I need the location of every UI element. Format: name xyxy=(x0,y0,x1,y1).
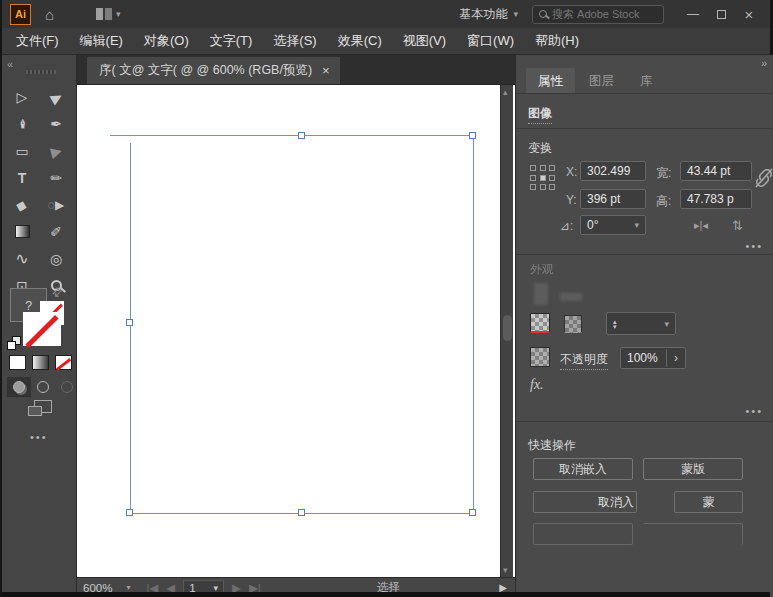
rectangle-tool[interactable]: ▭ xyxy=(5,137,39,164)
draw-normal-mode[interactable] xyxy=(7,377,31,397)
menu-file[interactable]: 文件(F) xyxy=(16,32,59,50)
flip-vertical-icon[interactable]: ⇅ xyxy=(732,218,743,233)
none-button[interactable] xyxy=(55,355,72,370)
stepper-arrows-icon[interactable]: ▴▾ xyxy=(607,319,623,329)
scrollbar-thumb[interactable] xyxy=(503,315,512,341)
lasso-arrow-tool[interactable]: ▶ xyxy=(36,133,76,168)
scroll-down-icon[interactable]: ▾ xyxy=(503,565,508,575)
tab-layers[interactable]: 图层 xyxy=(577,68,626,93)
close-button[interactable]: × xyxy=(738,6,760,23)
y-input[interactable]: 396 pt xyxy=(580,189,646,209)
workspace-switcher[interactable]: 基本功能 xyxy=(459,6,507,23)
mask-button[interactable]: 蒙版 xyxy=(643,458,743,480)
render-artifact xyxy=(534,283,548,305)
menu-edit[interactable]: 编辑(E) xyxy=(80,32,123,50)
menu-select[interactable]: 选择(S) xyxy=(273,32,316,50)
screen-mode-button[interactable] xyxy=(28,400,54,420)
stroke-weight-stepper[interactable]: ▴▾ ▾ xyxy=(606,312,676,335)
scroll-up-icon[interactable]: ▴ xyxy=(503,87,508,97)
unembed-button[interactable]: 取消嵌入 xyxy=(533,458,633,480)
opacity-swatch[interactable] xyxy=(530,347,550,367)
menu-help[interactable]: 帮助(H) xyxy=(535,32,579,50)
menu-view[interactable]: 视图(V) xyxy=(403,32,446,50)
appearance-section-title: 外观 xyxy=(530,261,554,278)
eraser-tool[interactable]: ◆ xyxy=(2,187,42,222)
chevron-down-icon: ▾ xyxy=(116,9,121,19)
document-tab[interactable]: 序( 文@ 文字( @ @ 600% (RGB/预览) × xyxy=(87,57,340,84)
handle-bottom-center[interactable] xyxy=(298,509,305,516)
menu-object[interactable]: 对象(O) xyxy=(144,32,189,50)
zoom-chevron-icon[interactable]: ▾ xyxy=(126,583,130,592)
vertical-scrollbar[interactable]: ▴ ▾ xyxy=(500,85,513,577)
flip-horizontal-icon[interactable]: ▸|◂ xyxy=(694,219,708,232)
menu-window[interactable]: 窗口(W) xyxy=(467,32,514,50)
fx-button[interactable]: fx. xyxy=(530,377,544,393)
draw-inside-mode[interactable] xyxy=(55,377,79,397)
shape-builder-tool[interactable]: ◎ xyxy=(39,245,73,272)
appearance-more-icon[interactable]: ••• xyxy=(745,405,763,417)
canvas[interactable]: ▴ ▾ xyxy=(77,85,515,577)
opacity-arrow-icon[interactable]: › xyxy=(666,349,685,367)
handle-top-right[interactable] xyxy=(469,132,476,139)
app-bar: Ai ⌂ ▾ 基本功能 ▾ — × xyxy=(2,0,770,28)
chevron-down-icon[interactable]: ▾ xyxy=(513,9,518,19)
minimize-button[interactable]: — xyxy=(682,6,704,23)
document-area: 序( 文@ 文字( @ @ 600% (RGB/预览) × ▴ ▾ xyxy=(77,55,515,597)
selection-top-edge xyxy=(110,135,473,136)
gradient-tool-icon xyxy=(15,225,30,238)
default-fill-stroke-icon[interactable] xyxy=(7,336,21,350)
quick-actions-title: 快速操作 xyxy=(528,437,576,454)
handle-left-center[interactable] xyxy=(126,319,133,326)
render-artifact xyxy=(560,293,582,301)
gradient-button[interactable] xyxy=(32,355,49,370)
color-button[interactable] xyxy=(9,355,26,370)
fill-color-swatch[interactable] xyxy=(23,312,61,346)
width-input[interactable]: 43.44 pt xyxy=(680,161,752,181)
restore-button[interactable] xyxy=(710,6,732,23)
tools-panel: « ▷ ▶ ✒ ✒ ▭ ▶ T ✏ ◆ ◌▶ ✐ ∿ ◎ ⊡ ? ⇄ xyxy=(2,55,77,593)
home-icon[interactable]: ⌂ xyxy=(45,6,54,23)
reference-point-selector[interactable] xyxy=(530,165,556,191)
handle-bottom-left[interactable] xyxy=(126,509,133,516)
mask-button-artifact[interactable]: 蒙 xyxy=(674,491,743,513)
unembed-button-artifact[interactable]: 取消入 xyxy=(533,491,637,513)
paintbrush-tool[interactable]: ✐ xyxy=(39,218,73,245)
x-label: X: xyxy=(566,165,577,179)
width-label: 宽: xyxy=(656,165,671,182)
rotate-select[interactable]: 0° ▾ xyxy=(580,215,646,235)
document-tab-title: 序( 文@ 文字( @ @ 600% (RGB/预览) xyxy=(99,62,312,79)
x-input[interactable]: 302.499 xyxy=(580,161,646,181)
search-input[interactable] xyxy=(552,8,652,20)
fill-swatch[interactable] xyxy=(530,313,550,333)
link-dimensions-icon[interactable] xyxy=(754,167,773,189)
menu-type[interactable]: 文字(T) xyxy=(210,32,253,50)
opacity-value: 100% xyxy=(621,351,658,365)
width-tool[interactable]: ∿ xyxy=(5,245,39,272)
tools-grip[interactable] xyxy=(26,70,56,74)
tab-libraries[interactable]: 库 xyxy=(628,68,665,93)
arrange-documents-button[interactable]: ▾ xyxy=(96,8,121,20)
opacity-label[interactable]: 不透明度 xyxy=(560,351,608,370)
handle-bottom-right[interactable] xyxy=(469,509,476,516)
edit-toolbar-icon[interactable]: ••• xyxy=(30,431,48,443)
rotate-icon: ⊿: xyxy=(560,219,573,233)
transform-more-icon[interactable]: ••• xyxy=(745,240,763,252)
gradient-tool[interactable] xyxy=(5,218,39,245)
pencil-tool[interactable]: ✏ xyxy=(39,164,73,191)
opacity-input[interactable]: 100% › xyxy=(620,347,686,369)
tab-properties[interactable]: 属性 xyxy=(526,68,575,93)
stroke-swatch[interactable] xyxy=(564,315,582,333)
artboard-chevron-icon[interactable]: ▾ xyxy=(214,583,219,593)
handle-top-center[interactable] xyxy=(298,132,305,139)
stock-search[interactable] xyxy=(532,5,664,24)
y-label: Y: xyxy=(566,193,577,207)
tab-close-icon[interactable]: × xyxy=(322,63,330,78)
comment-arrow-tool[interactable]: ◌▶ xyxy=(39,191,73,218)
chevron-down-icon[interactable]: ▾ xyxy=(664,319,675,329)
rotate-value: 0° xyxy=(587,218,598,232)
pen-tool[interactable]: ✒ xyxy=(9,107,36,141)
collapse-tools-icon[interactable]: « xyxy=(7,58,13,70)
menu-effect[interactable]: 效果(C) xyxy=(338,32,382,50)
draw-behind-mode[interactable] xyxy=(31,377,55,397)
height-input[interactable]: 47.783 p xyxy=(680,189,752,209)
